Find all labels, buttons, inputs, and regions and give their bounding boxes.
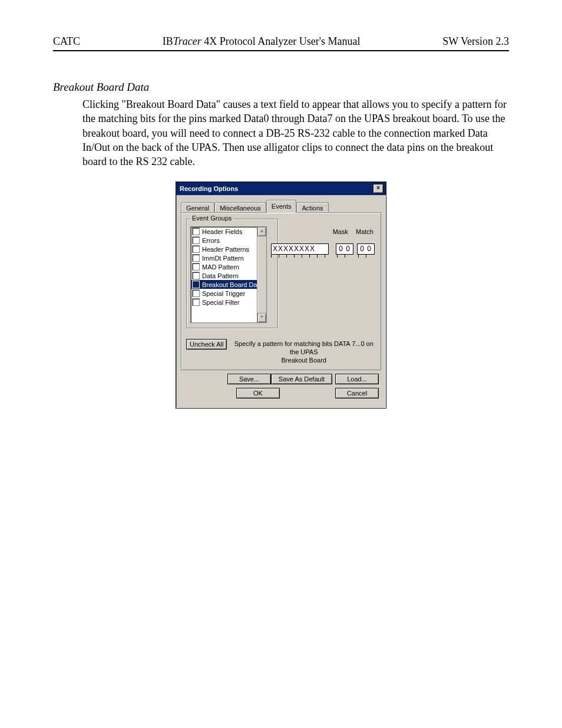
list-item-label: Special Filter xyxy=(202,299,240,306)
list-item-selected[interactable]: Breakout Board Data xyxy=(191,280,257,289)
list-item[interactable]: Special Filter xyxy=(191,298,257,307)
match-label: Match xyxy=(356,228,373,235)
event-groups-list[interactable]: Header Fields Errors Header Patterns Imm… xyxy=(190,226,257,323)
list-item-label: Header Fields xyxy=(202,228,242,235)
titlebar: Recording Options × xyxy=(176,182,386,195)
header-center: IBTracer 4X Protocol Analyzer User's Man… xyxy=(80,35,442,48)
checkbox-icon[interactable] xyxy=(192,254,200,262)
load-button[interactable]: Load... xyxy=(335,374,379,384)
list-item-label: Special Trigger xyxy=(202,290,245,297)
list-item[interactable]: Special Trigger xyxy=(191,289,257,298)
mask-field[interactable]: 0 0 xyxy=(336,243,353,255)
tab-panel-events: Event Groups Header Fields Errors Header… xyxy=(181,212,381,370)
ok-button[interactable]: OK xyxy=(236,388,280,398)
mask-label: Mask xyxy=(333,228,348,235)
list-item[interactable]: MAD Pattern xyxy=(191,262,257,271)
list-item[interactable]: Header Fields xyxy=(191,227,257,236)
list-item-label: Errors xyxy=(202,237,220,244)
save-as-default-button[interactable]: Save As Default xyxy=(271,374,332,384)
list-item[interactable]: Errors xyxy=(191,236,257,245)
match-field[interactable]: 0 0 xyxy=(357,243,375,255)
tab-events[interactable]: Events xyxy=(266,200,297,213)
list-item-label: ImmDt Pattern xyxy=(202,255,244,262)
list-item-label: Data Pattern xyxy=(202,272,239,279)
tab-strip: General Miscellaneous Events Actions xyxy=(181,200,381,213)
column-headers: Mask Match xyxy=(327,228,373,235)
scroll-up-icon[interactable]: ▲ xyxy=(257,227,266,236)
event-groups-box: Event Groups Header Fields Errors Header… xyxy=(186,219,278,328)
scroll-down-icon[interactable]: ▼ xyxy=(257,313,266,322)
list-item-label: MAD Pattern xyxy=(202,263,239,271)
list-item-label: Breakout Board Data xyxy=(202,281,257,288)
pattern-field[interactable]: XXXXXXXX xyxy=(271,243,329,255)
list-item[interactable]: ImmDt Pattern xyxy=(191,253,257,262)
header-right: SW Version 2.3 xyxy=(442,35,509,48)
checkbox-icon[interactable] xyxy=(192,245,200,253)
checkbox-icon[interactable] xyxy=(192,289,200,297)
checkbox-icon[interactable] xyxy=(192,236,200,244)
save-button[interactable]: Save... xyxy=(227,374,271,384)
header-left: CATC xyxy=(53,35,80,48)
cancel-button[interactable]: Cancel xyxy=(335,388,379,398)
close-icon[interactable]: × xyxy=(373,184,384,193)
list-item[interactable]: Data Pattern xyxy=(191,271,257,280)
status-message: Specify a pattern for matching bits DATA… xyxy=(232,339,376,364)
checkbox-icon[interactable] xyxy=(192,298,200,306)
checkbox-icon[interactable] xyxy=(192,228,200,235)
checkbox-icon[interactable] xyxy=(192,263,200,271)
body-text: Clicking "Breakout Board Data" causes a … xyxy=(82,97,509,169)
list-item-label: Header Patterns xyxy=(202,246,249,253)
event-groups-label: Event Groups xyxy=(190,215,233,222)
checkbox-icon[interactable] xyxy=(192,272,200,279)
checkbox-icon[interactable] xyxy=(192,281,200,288)
list-item[interactable]: Header Patterns xyxy=(191,245,257,253)
dialog-buttons: Save... Save As Default Load... OK Cance… xyxy=(181,374,381,398)
dialog-title: Recording Options xyxy=(180,185,238,192)
page-header: CATC IBTracer 4X Protocol Analyzer User'… xyxy=(53,35,509,51)
recording-options-dialog: Recording Options × General Miscellaneou… xyxy=(176,182,386,408)
scrollbar[interactable]: ▲ ▼ xyxy=(257,226,267,323)
pattern-pane: Mask Match XXXXXXXX 0 0 0 0 xyxy=(283,219,376,328)
section-heading: Breakout Board Data xyxy=(53,81,509,94)
uncheck-all-button[interactable]: Uncheck All xyxy=(186,339,227,350)
